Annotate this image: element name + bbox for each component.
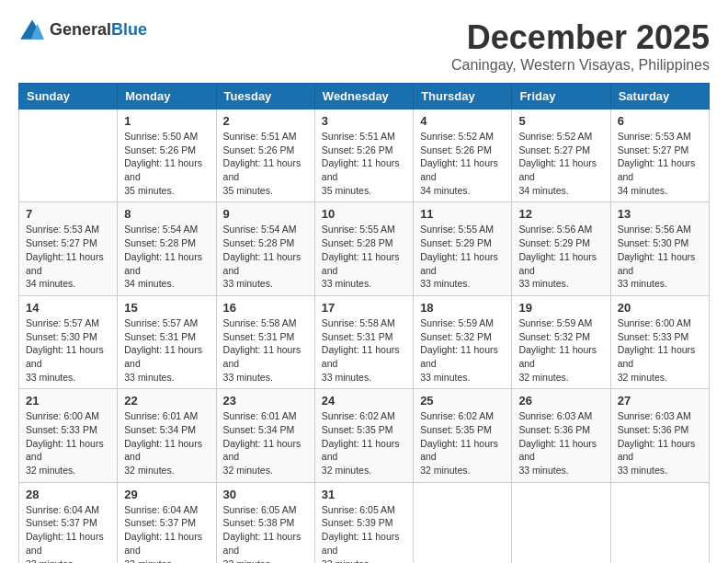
calendar-week-5: 28Sunrise: 6:04 AMSunset: 5:37 PMDayligh… — [19, 482, 710, 563]
calendar-cell: 7Sunrise: 5:53 AMSunset: 5:27 PMDaylight… — [19, 202, 118, 295]
calendar-week-2: 7Sunrise: 5:53 AMSunset: 5:27 PMDaylight… — [19, 202, 710, 295]
day-info: Sunrise: 5:52 AMSunset: 5:27 PMDaylight:… — [518, 130, 603, 197]
calendar-week-1: 1Sunrise: 5:50 AMSunset: 5:26 PMDaylight… — [19, 109, 710, 202]
calendar-cell: 13Sunrise: 5:56 AMSunset: 5:30 PMDayligh… — [610, 202, 709, 295]
weekday-header-sunday: Sunday — [19, 84, 118, 109]
calendar-cell — [414, 482, 512, 563]
calendar-cell: 15Sunrise: 5:57 AMSunset: 5:31 PMDayligh… — [118, 295, 216, 388]
day-info: Sunrise: 5:54 AMSunset: 5:28 PMDaylight:… — [124, 223, 209, 290]
day-info: Sunrise: 5:59 AMSunset: 5:32 PMDaylight:… — [518, 316, 603, 384]
day-number: 9 — [223, 207, 308, 221]
calendar-cell — [19, 109, 118, 202]
calendar-cell: 23Sunrise: 6:01 AMSunset: 5:34 PMDayligh… — [216, 389, 314, 482]
weekday-header-thursday: Thursday — [414, 84, 512, 109]
day-number: 22 — [124, 394, 209, 408]
calendar-cell: 22Sunrise: 6:01 AMSunset: 5:34 PMDayligh… — [118, 389, 216, 482]
day-number: 21 — [26, 394, 110, 408]
day-info: Sunrise: 5:57 AMSunset: 5:31 PMDaylight:… — [124, 316, 209, 384]
day-info: Sunrise: 6:02 AMSunset: 5:35 PMDaylight:… — [420, 409, 505, 477]
weekday-header-row: SundayMondayTuesdayWednesdayThursdayFrid… — [19, 84, 710, 109]
calendar-cell: 5Sunrise: 5:52 AMSunset: 5:27 PMDaylight… — [512, 109, 610, 202]
day-number: 16 — [223, 301, 308, 315]
calendar-cell: 2Sunrise: 5:51 AMSunset: 5:26 PMDaylight… — [216, 109, 314, 202]
day-info: Sunrise: 6:05 AMSunset: 5:39 PMDaylight:… — [322, 503, 406, 563]
day-number: 13 — [618, 207, 702, 221]
day-number: 3 — [322, 114, 406, 128]
day-info: Sunrise: 6:03 AMSunset: 5:36 PMDaylight:… — [518, 409, 603, 477]
day-info: Sunrise: 6:02 AMSunset: 5:35 PMDaylight:… — [322, 409, 406, 477]
logo-icon — [18, 18, 46, 41]
calendar-cell: 29Sunrise: 6:04 AMSunset: 5:37 PMDayligh… — [118, 482, 216, 563]
calendar-cell: 6Sunrise: 5:53 AMSunset: 5:27 PMDaylight… — [610, 109, 709, 202]
day-info: Sunrise: 6:01 AMSunset: 5:34 PMDaylight:… — [223, 409, 308, 477]
day-info: Sunrise: 6:05 AMSunset: 5:38 PMDaylight:… — [223, 503, 308, 563]
day-number: 15 — [124, 301, 209, 315]
day-number: 23 — [223, 394, 308, 408]
location-title: Caningay, Western Visayas, Philippines — [451, 57, 710, 74]
calendar-cell: 3Sunrise: 5:51 AMSunset: 5:26 PMDaylight… — [314, 109, 413, 202]
calendar-cell: 21Sunrise: 6:00 AMSunset: 5:33 PMDayligh… — [19, 389, 118, 482]
logo: GeneralBlue — [18, 18, 147, 41]
day-info: Sunrise: 6:04 AMSunset: 5:37 PMDaylight:… — [26, 503, 110, 563]
weekday-header-wednesday: Wednesday — [314, 84, 413, 109]
page-header: GeneralBlue December 2025 Caningay, West… — [18, 18, 710, 74]
day-number: 12 — [518, 207, 603, 221]
day-number: 17 — [322, 301, 406, 315]
day-number: 27 — [618, 394, 702, 408]
day-info: Sunrise: 5:54 AMSunset: 5:28 PMDaylight:… — [223, 223, 308, 290]
day-info: Sunrise: 6:00 AMSunset: 5:33 PMDaylight:… — [618, 316, 702, 384]
day-number: 5 — [518, 114, 603, 128]
calendar-cell: 16Sunrise: 5:58 AMSunset: 5:31 PMDayligh… — [216, 295, 314, 388]
day-number: 24 — [322, 394, 406, 408]
day-number: 19 — [518, 301, 603, 315]
calendar-cell: 25Sunrise: 6:02 AMSunset: 5:35 PMDayligh… — [414, 389, 512, 482]
calendar-cell: 12Sunrise: 5:56 AMSunset: 5:29 PMDayligh… — [512, 202, 610, 295]
calendar-cell: 28Sunrise: 6:04 AMSunset: 5:37 PMDayligh… — [19, 482, 118, 563]
calendar-cell: 9Sunrise: 5:54 AMSunset: 5:28 PMDaylight… — [216, 202, 314, 295]
day-info: Sunrise: 5:59 AMSunset: 5:32 PMDaylight:… — [420, 316, 505, 384]
day-number: 10 — [322, 207, 406, 221]
day-number: 29 — [124, 488, 209, 501]
day-info: Sunrise: 6:03 AMSunset: 5:36 PMDaylight:… — [618, 409, 702, 477]
month-title: December 2025 — [451, 18, 710, 57]
calendar-cell: 17Sunrise: 5:58 AMSunset: 5:31 PMDayligh… — [314, 295, 413, 388]
day-info: Sunrise: 6:04 AMSunset: 5:37 PMDaylight:… — [124, 503, 209, 563]
day-number: 7 — [26, 207, 110, 221]
calendar-cell: 26Sunrise: 6:03 AMSunset: 5:36 PMDayligh… — [512, 389, 610, 482]
day-number: 31 — [322, 488, 406, 501]
day-number: 14 — [26, 301, 110, 315]
day-info: Sunrise: 5:56 AMSunset: 5:29 PMDaylight:… — [518, 223, 603, 290]
calendar-cell: 27Sunrise: 6:03 AMSunset: 5:36 PMDayligh… — [610, 389, 709, 482]
logo-text-blue: Blue — [111, 20, 147, 39]
calendar-cell: 18Sunrise: 5:59 AMSunset: 5:32 PMDayligh… — [414, 295, 512, 388]
day-number: 8 — [124, 207, 209, 221]
weekday-header-saturday: Saturday — [610, 84, 709, 109]
day-info: Sunrise: 6:00 AMSunset: 5:33 PMDaylight:… — [26, 409, 110, 477]
day-number: 25 — [420, 394, 505, 408]
day-number: 18 — [420, 301, 505, 315]
calendar-cell — [610, 482, 709, 563]
day-info: Sunrise: 5:51 AMSunset: 5:26 PMDaylight:… — [322, 130, 406, 197]
weekday-header-friday: Friday — [512, 84, 610, 109]
calendar-cell: 1Sunrise: 5:50 AMSunset: 5:26 PMDaylight… — [118, 109, 216, 202]
weekday-header-tuesday: Tuesday — [216, 84, 314, 109]
calendar-cell: 11Sunrise: 5:55 AMSunset: 5:29 PMDayligh… — [414, 202, 512, 295]
day-info: Sunrise: 5:55 AMSunset: 5:28 PMDaylight:… — [322, 223, 406, 290]
calendar-week-3: 14Sunrise: 5:57 AMSunset: 5:30 PMDayligh… — [19, 295, 710, 388]
day-info: Sunrise: 5:52 AMSunset: 5:26 PMDaylight:… — [420, 130, 505, 197]
day-number: 26 — [518, 394, 603, 408]
day-info: Sunrise: 5:57 AMSunset: 5:30 PMDaylight:… — [26, 316, 110, 384]
logo-text-general: General — [50, 20, 111, 39]
day-number: 2 — [223, 114, 308, 128]
day-number: 6 — [618, 114, 702, 128]
day-number: 30 — [223, 488, 308, 501]
day-info: Sunrise: 5:55 AMSunset: 5:29 PMDaylight:… — [420, 223, 505, 290]
day-number: 4 — [420, 114, 505, 128]
day-number: 1 — [124, 114, 209, 128]
day-info: Sunrise: 5:53 AMSunset: 5:27 PMDaylight:… — [26, 223, 110, 290]
day-info: Sunrise: 5:58 AMSunset: 5:31 PMDaylight:… — [223, 316, 308, 384]
calendar-week-4: 21Sunrise: 6:00 AMSunset: 5:33 PMDayligh… — [19, 389, 710, 482]
weekday-header-monday: Monday — [118, 84, 216, 109]
calendar-cell: 10Sunrise: 5:55 AMSunset: 5:28 PMDayligh… — [314, 202, 413, 295]
calendar-cell: 4Sunrise: 5:52 AMSunset: 5:26 PMDaylight… — [414, 109, 512, 202]
